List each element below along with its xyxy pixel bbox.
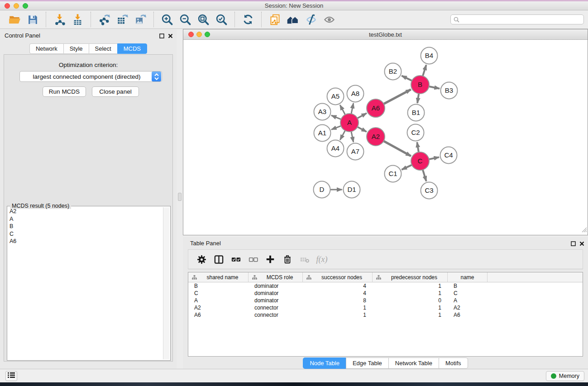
node-A3[interactable]: A3 [314, 104, 331, 120]
vertical-splitter-handle[interactable] [178, 193, 182, 201]
network-from-file-icon[interactable] [266, 12, 284, 27]
memory-button[interactable]: Memory [546, 371, 584, 381]
node-table[interactable]: shared nameMCDS rolesuccessor nodesprede… [188, 272, 583, 357]
float-panel-icon[interactable] [571, 240, 576, 248]
node-A[interactable]: A [340, 114, 359, 132]
import-table-icon[interactable] [68, 12, 86, 27]
export-table-icon[interactable] [113, 12, 131, 27]
node-C2[interactable]: C2 [407, 124, 424, 141]
mcds-result-item[interactable]: C [8, 230, 163, 238]
column-header-successor-nodes[interactable]: successor nodes [303, 272, 373, 282]
table-row[interactable]: Cdominator41C [188, 290, 583, 297]
network-canvas[interactable]: AA1A2A3A4A5A6A7A8BB1B2B3B4CC1C2C3C4DD1 [183, 40, 588, 235]
zoom-fit-icon[interactable] [194, 12, 212, 27]
resize-grip-icon[interactable] [581, 226, 587, 234]
table-cell[interactable]: C [188, 290, 249, 296]
table-cell[interactable]: A [448, 297, 488, 304]
save-session-icon[interactable] [24, 12, 42, 27]
tab-network[interactable]: Network [29, 43, 63, 54]
table-cell[interactable]: 1 [373, 290, 448, 296]
node-B2[interactable]: B2 [385, 63, 402, 80]
node-D[interactable]: D [314, 181, 330, 198]
table-cell[interactable]: 0 [373, 297, 448, 304]
tab-network-table[interactable]: Network Table [388, 357, 439, 369]
mcds-result-item[interactable]: B [8, 223, 163, 230]
tab-mcds[interactable]: MCDS [117, 43, 147, 54]
table-cell[interactable]: 4 [303, 290, 373, 296]
table-cell[interactable]: A2 [448, 305, 488, 311]
function-builder-icon[interactable]: f(x) [313, 251, 330, 267]
table-cell[interactable]: A6 [188, 312, 249, 318]
home-icon[interactable] [284, 12, 302, 27]
table-row[interactable]: Adominator80A [188, 297, 583, 304]
node-A7[interactable]: A7 [347, 143, 364, 160]
search-field[interactable] [450, 14, 584, 24]
table-cell[interactable]: A6 [448, 312, 488, 318]
table-row[interactable]: A6connector11A6 [188, 311, 583, 319]
column-header-MCDS-role[interactable]: MCDS role [249, 272, 303, 282]
table-cell[interactable]: 1 [373, 283, 448, 289]
node-B[interactable]: B [411, 76, 429, 94]
table-row[interactable]: Bdominator41B [188, 282, 583, 290]
tab-motifs[interactable]: Motifs [439, 357, 468, 369]
table-cell[interactable]: 1 [373, 305, 448, 311]
criterion-dropdown[interactable]: largest connected component (directed) [19, 71, 162, 82]
table-cell[interactable]: dominator [249, 290, 303, 296]
refresh-icon[interactable] [239, 12, 257, 27]
delete-table-icon[interactable] [296, 251, 313, 267]
tab-style[interactable]: Style [63, 43, 89, 54]
node-C[interactable]: C [411, 152, 429, 170]
float-panel-icon[interactable] [159, 32, 164, 40]
mcds-result-item[interactable]: A [8, 215, 163, 223]
mcds-result-list[interactable]: A2ABCA6 [8, 208, 163, 359]
search-input[interactable] [459, 16, 583, 23]
column-header-predecessor-nodes[interactable]: predecessor nodes [373, 272, 448, 282]
delete-column-icon[interactable] [279, 251, 296, 267]
zoom-selected-icon[interactable] [212, 12, 230, 27]
table-cell[interactable]: dominator [249, 283, 303, 289]
node-C4[interactable]: C4 [440, 147, 457, 164]
tab-edge-table[interactable]: Edge Table [346, 357, 388, 369]
table-cell[interactable]: B [188, 283, 249, 289]
table-cell[interactable]: C [448, 290, 488, 296]
table-cell[interactable]: connector [249, 305, 303, 311]
node-C1[interactable]: C1 [385, 166, 402, 182]
node-A2[interactable]: A2 [367, 128, 385, 146]
node-A1[interactable]: A1 [314, 125, 331, 142]
column-header-shared-name[interactable]: shared name [188, 272, 249, 282]
table-cell[interactable]: 1 [303, 305, 373, 311]
table-cell[interactable]: A [188, 297, 249, 304]
node-A5[interactable]: A5 [327, 88, 344, 105]
table-cell[interactable]: A2 [188, 305, 249, 311]
node-A4[interactable]: A4 [327, 140, 344, 157]
mcds-result-item[interactable]: A6 [8, 238, 163, 245]
tab-select[interactable]: Select [89, 43, 117, 54]
unselect-all-icon[interactable] [244, 251, 262, 267]
task-history-button[interactable] [5, 371, 17, 381]
table-cell[interactable]: dominator [249, 297, 303, 304]
split-columns-icon[interactable] [210, 251, 227, 267]
node-A6[interactable]: A6 [367, 99, 385, 117]
mcds-result-scrollbar[interactable] [163, 207, 169, 359]
table-cell[interactable]: 8 [303, 297, 373, 304]
export-image-icon[interactable] [131, 12, 149, 27]
open-file-icon[interactable] [5, 12, 24, 27]
table-cell[interactable]: 4 [303, 283, 373, 289]
node-D1[interactable]: D1 [344, 181, 360, 198]
settings-icon[interactable] [193, 251, 210, 267]
close-panel-icon[interactable] [168, 32, 173, 40]
table-cell[interactable]: connector [249, 312, 303, 318]
close-panel-icon[interactable] [579, 240, 584, 248]
node-A8[interactable]: A8 [347, 86, 364, 102]
node-B1[interactable]: B1 [408, 105, 425, 121]
mcds-result-item[interactable]: A2 [8, 208, 163, 215]
add-column-icon[interactable] [262, 251, 279, 267]
table-row[interactable]: A2connector11A2 [188, 304, 583, 311]
table-cell[interactable]: B [448, 283, 488, 289]
node-B3[interactable]: B3 [441, 82, 458, 99]
zoom-in-icon[interactable] [158, 12, 176, 27]
run-mcds-button[interactable]: Run MCDS [43, 86, 86, 97]
tab-node-table[interactable]: Node Table [303, 357, 346, 369]
hide-graphics-details-icon[interactable] [302, 12, 320, 27]
table-cell[interactable]: 1 [303, 312, 373, 318]
